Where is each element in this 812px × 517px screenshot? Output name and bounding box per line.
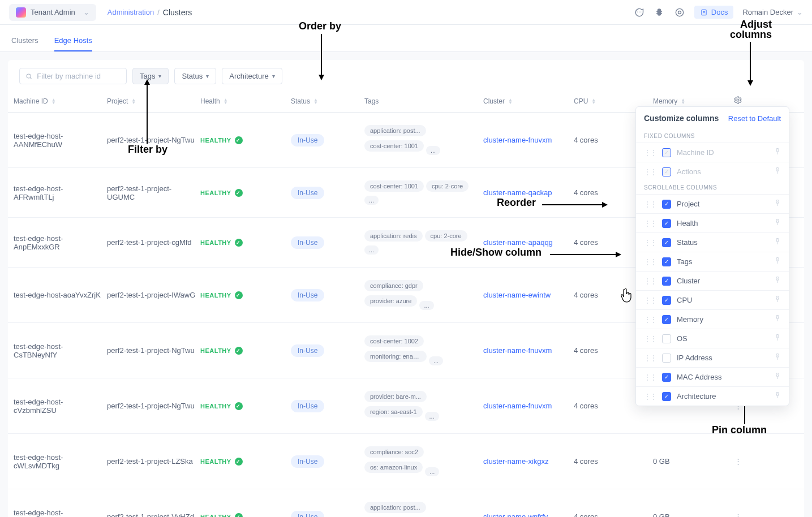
th-cluster[interactable]: Cluster▲▼ bbox=[483, 97, 574, 105]
fixed-columns-label: FIXED COLUMNS bbox=[636, 130, 789, 143]
bug-icon[interactable] bbox=[654, 7, 665, 18]
pin-icon[interactable] bbox=[774, 218, 781, 228]
chat-icon[interactable] bbox=[633, 7, 645, 18]
drag-handle-icon[interactable]: ⋮⋮ bbox=[644, 200, 656, 208]
row-actions[interactable]: ⋮ bbox=[727, 457, 749, 466]
user-menu[interactable]: Romain Decker ⌄ bbox=[742, 8, 803, 16]
pin-icon[interactable] bbox=[774, 148, 781, 157]
column-checkbox[interactable] bbox=[662, 219, 671, 228]
column-checkbox[interactable] bbox=[662, 354, 671, 363]
top-bar: Tenant Admin ⌄ Administration / Clusters… bbox=[0, 0, 812, 25]
cluster-link[interactable]: cluster-name-qackap bbox=[483, 188, 552, 197]
column-checkbox[interactable] bbox=[662, 315, 671, 324]
pin-icon[interactable] bbox=[774, 391, 781, 401]
cell-health: HEALTHY✓ bbox=[200, 188, 291, 197]
table-row[interactable]: test-edge-host-EgVVTOAnqsperf2-test-1-pr… bbox=[8, 489, 804, 517]
column-checkbox[interactable] bbox=[662, 277, 671, 286]
cell-health: HEALTHY✓ bbox=[200, 238, 291, 247]
th-settings[interactable] bbox=[727, 96, 749, 106]
drag-handle-icon[interactable]: ⋮⋮ bbox=[644, 168, 656, 176]
sort-icon: ▲▼ bbox=[131, 98, 136, 104]
tags-more[interactable]: ... bbox=[426, 146, 440, 155]
cell-machine-id: test-edge-host-AnpEMxxkGR bbox=[14, 234, 107, 251]
check-circle-icon: ✓ bbox=[235, 291, 243, 299]
search-box[interactable] bbox=[19, 68, 127, 84]
reset-to-default[interactable]: Reset to Default bbox=[728, 114, 781, 123]
drag-handle-icon[interactable]: ⋮⋮ bbox=[644, 258, 656, 266]
tags-more[interactable]: ... bbox=[425, 467, 439, 476]
th-memory[interactable]: Memory▲▼ bbox=[653, 97, 727, 105]
th-health[interactable]: Health▲▼ bbox=[200, 97, 291, 105]
drag-handle-icon[interactable]: ⋮⋮ bbox=[644, 239, 656, 247]
th-project[interactable]: Project▲▼ bbox=[107, 97, 200, 105]
drag-handle-icon[interactable]: ⋮⋮ bbox=[644, 296, 656, 304]
drag-handle-icon[interactable]: ⋮⋮ bbox=[644, 335, 656, 343]
th-cpu[interactable]: CPU▲▼ bbox=[574, 97, 653, 105]
column-checkbox[interactable] bbox=[662, 238, 671, 247]
pin-icon[interactable] bbox=[774, 372, 781, 382]
column-checkbox[interactable] bbox=[662, 200, 671, 209]
health-badge: HEALTHY✓ bbox=[200, 402, 243, 410]
tags-more[interactable]: ... bbox=[364, 196, 379, 205]
cell-project: perf2-test-1-project-NgTwu bbox=[107, 136, 200, 144]
breadcrumb-parent[interactable]: Administration bbox=[108, 8, 154, 16]
check-circle-icon: ✓ bbox=[235, 239, 243, 247]
drag-handle-icon[interactable]: ⋮⋮ bbox=[644, 219, 656, 227]
tags-more[interactable]: ... bbox=[429, 356, 443, 365]
pin-icon[interactable] bbox=[774, 276, 781, 286]
gear-icon[interactable] bbox=[733, 96, 742, 106]
drag-handle-icon[interactable]: ⋮⋮ bbox=[644, 393, 656, 400]
drag-handle-icon[interactable]: ⋮⋮ bbox=[644, 354, 656, 362]
th-machine-id[interactable]: Machine ID▲▼ bbox=[14, 97, 107, 105]
cluster-link[interactable]: cluster-name-xikgxz bbox=[483, 457, 549, 466]
column-checkbox[interactable] bbox=[662, 392, 671, 401]
sort-icon: ▲▼ bbox=[681, 98, 685, 104]
pin-icon[interactable] bbox=[774, 353, 781, 363]
filter-tags[interactable]: Tags ▾ bbox=[132, 68, 169, 84]
table-row[interactable]: test-edge-host-cWLsvMDTkgperf2-test-1-pr… bbox=[8, 434, 804, 489]
row-actions[interactable]: ⋮ bbox=[727, 512, 749, 517]
tags-more[interactable]: ... bbox=[419, 301, 433, 310]
pin-icon[interactable] bbox=[774, 295, 781, 305]
pin-icon[interactable] bbox=[774, 167, 781, 176]
pin-icon[interactable] bbox=[774, 314, 781, 324]
drag-handle-icon[interactable]: ⋮⋮ bbox=[644, 149, 656, 157]
tags-more[interactable]: ... bbox=[364, 245, 379, 255]
tags-more[interactable]: ... bbox=[425, 412, 439, 421]
cluster-link[interactable]: cluster-name-apaqqg bbox=[483, 238, 553, 247]
column-checkbox[interactable] bbox=[662, 257, 671, 266]
cell-project: perf2-test-1-project-LZSka bbox=[107, 457, 200, 466]
pin-icon[interactable] bbox=[774, 257, 781, 266]
cluster-link[interactable]: cluster-name-fnuvxm bbox=[483, 346, 552, 355]
status-pill: In-Use bbox=[291, 400, 324, 412]
drag-handle-icon[interactable]: ⋮⋮ bbox=[644, 316, 656, 324]
column-checkbox[interactable] bbox=[662, 373, 671, 382]
column-checkbox[interactable] bbox=[662, 334, 671, 343]
tab-clusters[interactable]: Clusters bbox=[11, 31, 38, 51]
cell-cluster: cluster-name-fnuvxm bbox=[483, 402, 574, 410]
docs-button[interactable]: Docs bbox=[694, 6, 734, 19]
tab-edge-hosts[interactable]: Edge Hosts bbox=[54, 31, 92, 51]
cluster-link[interactable]: cluster-name-fnuvxm bbox=[483, 402, 552, 410]
tenant-switcher[interactable]: Tenant Admin ⌄ bbox=[9, 4, 96, 21]
filter-architecture[interactable]: Architecture ▾ bbox=[222, 68, 282, 84]
cluster-link[interactable]: cluster-name-ewintw bbox=[483, 291, 551, 299]
cell-status: In-Use bbox=[291, 511, 364, 518]
column-name: IP Address bbox=[677, 354, 768, 362]
search-input[interactable] bbox=[37, 72, 121, 80]
tag-pill: cpu: 2-core bbox=[426, 180, 469, 192]
drag-handle-icon[interactable]: ⋮⋮ bbox=[644, 277, 656, 285]
pin-icon[interactable] bbox=[774, 199, 781, 209]
column-name: Cluster bbox=[677, 277, 768, 285]
pin-icon[interactable] bbox=[774, 334, 781, 343]
filter-status[interactable]: Status ▾ bbox=[174, 68, 216, 84]
filter-status-label: Status bbox=[182, 72, 203, 80]
pin-icon[interactable] bbox=[774, 238, 781, 247]
cluster-link[interactable]: cluster-name-fnuvxm bbox=[483, 136, 552, 144]
cluster-link[interactable]: cluster-name-wpfrfy bbox=[483, 512, 548, 517]
th-status[interactable]: Status▲▼ bbox=[291, 97, 364, 105]
target-icon[interactable] bbox=[674, 7, 685, 18]
column-checkbox[interactable] bbox=[662, 296, 671, 305]
cell-project: perf2-test-1-project-VvHZd bbox=[107, 512, 200, 517]
drag-handle-icon[interactable]: ⋮⋮ bbox=[644, 373, 656, 381]
